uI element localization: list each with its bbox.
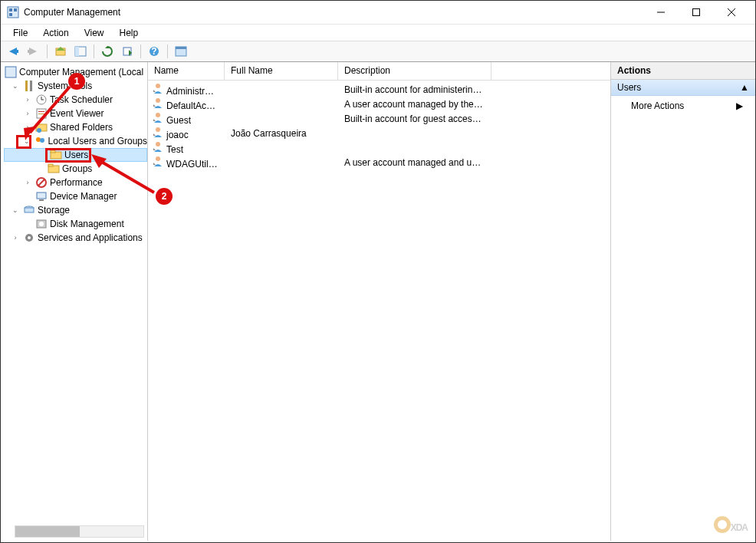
- expand-icon[interactable]: ›: [22, 108, 33, 119]
- tree-local-users-groups[interactable]: ⌄ Local Users and Groups: [2, 134, 147, 148]
- svg-rect-22: [25, 81, 28, 91]
- tree-groups[interactable]: Groups: [2, 162, 147, 176]
- column-name[interactable]: Name: [148, 62, 225, 80]
- actions-section[interactable]: Users ▲: [611, 80, 755, 96]
- back-button[interactable]: [5, 43, 23, 60]
- folder-icon: [48, 163, 60, 175]
- collapse-icon[interactable]: ⌄: [10, 205, 21, 216]
- svg-point-56: [156, 142, 160, 146]
- expand-icon[interactable]: ›: [22, 122, 33, 133]
- minimize-button[interactable]: [643, 1, 679, 24]
- close-button[interactable]: [714, 1, 749, 24]
- toolbar-separator: [94, 44, 94, 58]
- export-list-button[interactable]: [118, 43, 136, 60]
- svg-point-50: [156, 98, 160, 103]
- horizontal-scrollbar[interactable]: [15, 525, 144, 538]
- tree-disk-management[interactable]: Disk Management: [2, 217, 147, 231]
- collapse-icon[interactable]: ⌄: [10, 81, 21, 91]
- svg-rect-5: [693, 9, 700, 16]
- window-controls: [643, 1, 749, 24]
- users-groups-icon: [34, 135, 46, 147]
- svg-marker-9: [28, 48, 37, 55]
- tree-label: Task Scheduler: [50, 94, 113, 105]
- user-icon: [152, 111, 164, 123]
- svg-rect-43: [25, 208, 34, 212]
- navigation-tree[interactable]: Computer Management (Local ⌄ System Tool…: [1, 62, 148, 541]
- user-name: Administrator: [166, 86, 221, 97]
- tree-label: Users: [64, 150, 88, 160]
- list-row[interactable]: joaocJoão Carrasqueira: [148, 126, 610, 140]
- tree-label: Performance: [50, 177, 103, 188]
- tree-label: Groups: [62, 163, 92, 174]
- svg-rect-21: [5, 67, 16, 77]
- refresh-button[interactable]: [98, 43, 117, 60]
- svg-marker-8: [9, 48, 18, 55]
- svg-text:?: ?: [151, 46, 156, 57]
- user-icon: [152, 126, 164, 138]
- services-icon: [23, 232, 35, 244]
- collapse-icon[interactable]: ⌄: [22, 136, 31, 146]
- disk-icon: [35, 218, 48, 230]
- column-description[interactable]: Description: [338, 62, 491, 80]
- svg-rect-29: [38, 114, 44, 114]
- main-area: Computer Management (Local ⌄ System Tool…: [1, 62, 755, 541]
- list-row[interactable]: GuestBuilt-in account for guest access t…: [148, 111, 610, 126]
- toolbar-separator: [167, 44, 168, 58]
- submenu-arrow-icon: ▶: [736, 100, 743, 111]
- clock-icon: [35, 94, 48, 106]
- tree-storage[interactable]: ⌄ Storage: [2, 203, 147, 217]
- tree-services-apps[interactable]: › Services and Applications: [2, 231, 147, 245]
- customize-view-button[interactable]: [172, 43, 190, 60]
- up-button[interactable]: [51, 43, 70, 60]
- user-icon: [152, 140, 164, 153]
- device-manager-icon: [35, 190, 48, 202]
- menu-action[interactable]: Action: [35, 26, 76, 40]
- actions-header: Actions: [611, 62, 755, 80]
- tree-label: Shared Folders: [50, 122, 113, 133]
- scrollbar-thumb[interactable]: [15, 526, 80, 537]
- expand-icon[interactable]: ›: [22, 177, 33, 188]
- tree-label: Device Manager: [50, 191, 117, 202]
- svg-rect-13: [75, 47, 79, 56]
- tree-label: Disk Management: [50, 219, 124, 229]
- tree-root[interactable]: Computer Management (Local: [2, 65, 147, 79]
- tree-label: System Tools: [38, 81, 92, 91]
- actions-more[interactable]: More Actions ▶: [611, 96, 755, 114]
- tree-event-viewer[interactable]: › Event Viewer: [2, 107, 147, 120]
- list-row[interactable]: WDAGUtility...A user account managed and…: [148, 155, 610, 169]
- list-body: AdministratorBuilt-in account for admini…: [148, 81, 610, 541]
- tree-label: Storage: [38, 205, 70, 216]
- tree-device-manager[interactable]: Device Manager: [2, 189, 147, 203]
- details-list: Name Full Name Description Administrator…: [148, 62, 611, 541]
- tree-task-scheduler[interactable]: › Task Scheduler: [2, 93, 147, 107]
- tree-system-tools[interactable]: ⌄ System Tools: [2, 79, 147, 93]
- svg-rect-2: [14, 8, 17, 12]
- show-hide-tree-button[interactable]: [71, 43, 90, 60]
- list-row[interactable]: AdministratorBuilt-in account for admini…: [148, 82, 610, 97]
- tree-performance[interactable]: › Performance: [2, 176, 147, 189]
- forward-button[interactable]: [25, 43, 43, 60]
- storage-icon: [23, 204, 35, 216]
- menu-file[interactable]: File: [5, 26, 35, 40]
- menu-bar: File Action View Help: [1, 24, 755, 41]
- svg-marker-49: [153, 90, 156, 92]
- menu-view[interactable]: View: [77, 26, 112, 40]
- list-row[interactable]: DefaultAcco...A user account managed by …: [148, 97, 610, 111]
- list-row[interactable]: Test: [148, 140, 610, 155]
- tree-shared-folders[interactable]: › Shared Folders: [2, 120, 147, 134]
- maximize-button[interactable]: [679, 1, 714, 24]
- svg-rect-23: [30, 81, 32, 91]
- svg-line-39: [38, 179, 44, 186]
- tree-label: Services and Applications: [38, 232, 143, 243]
- column-fullname[interactable]: Full Name: [225, 62, 338, 80]
- user-name: DefaultAcco...: [166, 100, 224, 111]
- svg-point-52: [156, 113, 160, 117]
- title-bar: Computer Management: [1, 1, 755, 24]
- svg-point-47: [28, 236, 31, 239]
- expand-icon[interactable]: ›: [22, 94, 33, 105]
- expand-icon[interactable]: ›: [10, 232, 21, 243]
- menu-help[interactable]: Help: [112, 26, 146, 40]
- user-description: A user account managed and use...: [338, 157, 491, 168]
- tree-users[interactable]: Users: [4, 148, 147, 162]
- help-button[interactable]: ?: [145, 43, 163, 60]
